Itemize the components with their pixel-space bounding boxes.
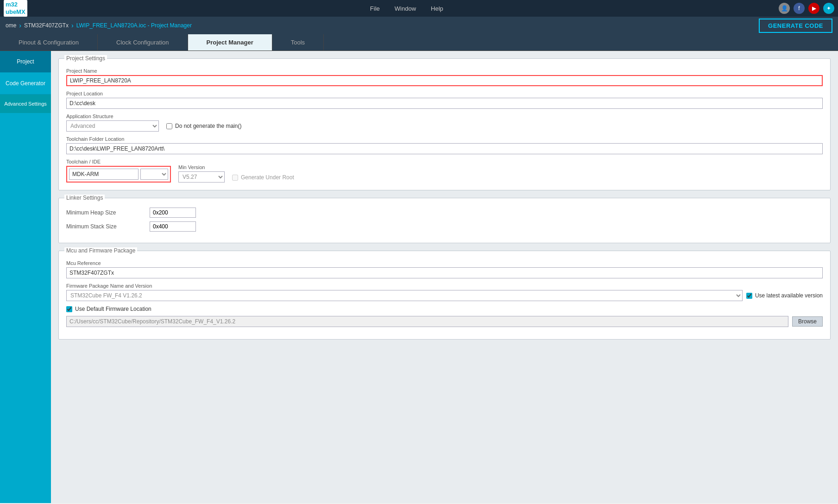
- fw-pkg-select[interactable]: STM32Cube FW_F4 V1.26.2: [66, 290, 743, 301]
- top-bar-icons: 👤 f ▶ ✦: [779, 3, 834, 14]
- toolchain-ide-row: Toolchain / IDE Min Version V5.27: [66, 159, 823, 183]
- logo-box: m32 ubeMX: [4, 0, 27, 16]
- generate-under-root-checkbox[interactable]: [232, 175, 238, 181]
- min-version-label: Min Version: [178, 164, 225, 170]
- mcu-ref-row: Mcu Reference: [66, 257, 823, 278]
- youtube-icon[interactable]: ▶: [808, 3, 819, 14]
- app-structure-controls: Advanced Do not generate the main(): [66, 120, 823, 132]
- use-default-fw-checkbox[interactable]: [66, 306, 72, 312]
- user-icon[interactable]: 👤: [779, 3, 790, 14]
- sidebar-item-advanced[interactable]: Advanced Settings: [0, 94, 51, 113]
- generate-under-root-label: Generate Under Root: [241, 174, 294, 181]
- app-structure-row: Application Structure Advanced Do not ge…: [66, 113, 823, 132]
- logo-line1: m32: [6, 1, 18, 8]
- top-bar: m32 ubeMX File Window Help 👤 f ▶ ✦: [0, 0, 838, 17]
- use-default-fw-row: Use Default Firmware Location Browse: [66, 306, 823, 327]
- use-latest-row: Use latest available version: [746, 292, 823, 299]
- mcu-ref-input[interactable]: [66, 267, 823, 278]
- generate-under-root-row: Generate Under Root: [232, 174, 294, 181]
- use-default-fw-checkbox-row: Use Default Firmware Location: [66, 306, 823, 312]
- tab-tools[interactable]: Tools: [272, 34, 324, 50]
- project-settings-title: Project Settings: [64, 55, 107, 62]
- generate-code-button[interactable]: GENERATE CODE: [759, 19, 832, 33]
- breadcrumb-bar: ome › STM32F407ZGTx › LWIP_FREE_LAN8720A…: [0, 17, 838, 34]
- breadcrumb-project[interactable]: LWIP_FREE_LAN8720A.ioc - Project Manager: [76, 22, 192, 29]
- toolchain-box: [66, 166, 171, 183]
- mcu-firmware-title: Mcu and Firmware Package: [64, 247, 137, 254]
- toolchain-folder-input[interactable]: [66, 143, 823, 154]
- main-layout: Project Code Generator Advanced Settings…: [0, 51, 838, 503]
- project-name-label: Project Name: [66, 68, 823, 74]
- use-latest-label: Use latest available version: [755, 292, 823, 299]
- mcu-firmware-section: Mcu and Firmware Package Mcu Reference F…: [58, 251, 831, 340]
- heap-size-label: Minimum Heap Size: [66, 209, 150, 216]
- breadcrumb-home[interactable]: ome: [6, 22, 16, 29]
- toolchain-ide-input[interactable]: [69, 169, 139, 180]
- network-icon[interactable]: ✦: [823, 3, 834, 14]
- sidebar-item-project[interactable]: Project: [0, 51, 51, 73]
- mcu-ref-label: Mcu Reference: [66, 260, 823, 266]
- fw-pkg-label: Firmware Package Name and Version: [66, 283, 823, 289]
- tab-project-manager[interactable]: Project Manager: [188, 34, 272, 50]
- toolchain-ide-select[interactable]: [140, 169, 168, 180]
- project-name-input[interactable]: [66, 75, 823, 86]
- toolchain-folder-label: Toolchain Folder Location: [66, 136, 823, 142]
- breadcrumb-device[interactable]: STM32F407ZGTx: [24, 22, 69, 29]
- generate-under-root-col: Generate Under Root: [232, 174, 294, 183]
- stack-size-label: Minimum Stack Size: [66, 223, 150, 230]
- fw-pkg-row: Firmware Package Name and Version STM32C…: [66, 283, 823, 301]
- min-version-col: Min Version V5.27: [178, 164, 225, 183]
- menu-file[interactable]: File: [370, 5, 380, 12]
- use-latest-checkbox[interactable]: [746, 293, 752, 299]
- tab-clock[interactable]: Clock Configuration: [98, 34, 188, 50]
- breadcrumb-sep-1: ›: [19, 22, 21, 29]
- app-logo: m32 ubeMX: [4, 0, 27, 16]
- heap-size-row: Minimum Heap Size: [66, 208, 823, 218]
- linker-settings-section: Linker Settings Minimum Heap Size Minimu…: [58, 198, 831, 243]
- do-not-generate-row: Do not generate the main(): [166, 123, 241, 129]
- menu-window[interactable]: Window: [395, 5, 416, 12]
- facebook-icon[interactable]: f: [794, 3, 805, 14]
- fw-location-input: [66, 316, 788, 327]
- app-structure-select[interactable]: Advanced: [66, 120, 159, 132]
- sidebar: Project Code Generator Advanced Settings: [0, 51, 51, 503]
- project-location-label: Project Location: [66, 91, 823, 96]
- toolchain-folder-row: Toolchain Folder Location: [66, 136, 823, 154]
- browse-button[interactable]: Browse: [792, 316, 823, 327]
- breadcrumb-sep-2: ›: [71, 22, 74, 29]
- main-content: Project Settings Project Name Project Lo…: [51, 51, 838, 503]
- logo-line2: ubeMX: [6, 8, 25, 15]
- app-structure-label: Application Structure: [66, 113, 823, 119]
- do-not-generate-label: Do not generate the main(): [175, 123, 241, 129]
- toolchain-inner: [69, 169, 168, 180]
- toolchain-ide-label: Toolchain / IDE: [66, 159, 171, 164]
- project-settings-section: Project Settings Project Name Project Lo…: [58, 58, 831, 190]
- top-menu: File Window Help: [35, 5, 779, 12]
- stack-size-row: Minimum Stack Size: [66, 221, 823, 232]
- stack-size-input[interactable]: [150, 221, 196, 232]
- use-default-fw-label: Use Default Firmware Location: [75, 306, 151, 312]
- menu-help[interactable]: Help: [431, 5, 443, 12]
- heap-size-input[interactable]: [150, 208, 196, 218]
- sidebar-item-code-generator[interactable]: Code Generator: [0, 73, 51, 94]
- linker-settings-title: Linker Settings: [64, 195, 105, 201]
- fw-location-row: Browse: [66, 316, 823, 327]
- firmware-row: STM32Cube FW_F4 V1.26.2 Use latest avail…: [66, 290, 823, 301]
- project-name-row: Project Name: [66, 64, 823, 86]
- project-location-row: Project Location: [66, 91, 823, 109]
- project-location-input[interactable]: [66, 98, 823, 109]
- min-version-select[interactable]: V5.27: [178, 171, 225, 183]
- do-not-generate-checkbox[interactable]: [166, 123, 172, 129]
- toolchain-col: Toolchain / IDE: [66, 159, 171, 183]
- tab-pinout[interactable]: Pinout & Configuration: [0, 34, 98, 50]
- main-tabs: Pinout & Configuration Clock Configurati…: [0, 34, 838, 51]
